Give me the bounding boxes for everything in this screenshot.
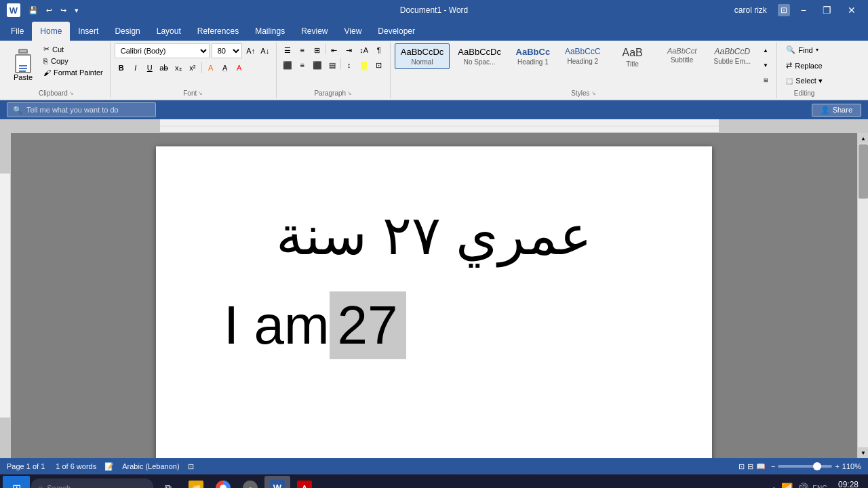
language-indicator[interactable]: Arabic (Lebanon): [122, 462, 179, 470]
justify-btn[interactable]: ▤: [326, 58, 339, 72]
paragraph-group-label[interactable]: Paragraph ↘: [314, 88, 352, 97]
highlight-button[interactable]: A: [218, 61, 232, 75]
sort-button[interactable]: ↕A: [357, 43, 371, 57]
align-right-btn[interactable]: ⬛: [311, 58, 324, 72]
styles-nav: ▲ ▼ ⊞: [759, 43, 772, 87]
style-normal[interactable]: AaBbCcDc Normal: [395, 43, 450, 69]
tell-me-box[interactable]: 🔍 Tell me what you want to do: [7, 102, 156, 117]
style-no-spacing[interactable]: AaBbCcDc No Spac...: [452, 43, 507, 69]
minimize-btn[interactable]: −: [795, 0, 812, 20]
taskbar-file-explorer[interactable]: 📁: [183, 476, 209, 488]
italic-button[interactable]: I: [129, 61, 142, 75]
style-subtle-em[interactable]: AaBbCcD Subtle Em...: [708, 43, 757, 68]
cortana-search[interactable]: ○ Search: [31, 479, 153, 488]
format-painter-button[interactable]: 🖌 Format Painter: [41, 67, 106, 78]
cut-button[interactable]: ✂ Cut: [41, 43, 106, 55]
zoom-in-btn[interactable]: +: [835, 462, 839, 470]
font-family-select[interactable]: Calibri (Body): [115, 43, 210, 58]
shading-btn[interactable]: ▓: [357, 58, 371, 72]
tab-mailings[interactable]: Mailings: [247, 22, 293, 41]
styles-more[interactable]: ⊞: [759, 73, 772, 87]
taskbar-acrobat[interactable]: A: [292, 476, 317, 488]
decrease-indent-btn[interactable]: ⇤: [328, 43, 341, 57]
tab-insert[interactable]: Insert: [70, 22, 106, 41]
clock[interactable]: 09:28 02/03/2016: [831, 480, 865, 489]
restore-btn[interactable]: ❐: [817, 0, 837, 20]
share-icon: 👤: [821, 106, 830, 115]
start-button[interactable]: ⊞: [3, 476, 30, 488]
decrease-font-btn[interactable]: A↓: [258, 44, 272, 58]
select-icon: ⬚: [786, 77, 793, 85]
style-heading1[interactable]: AaBbCc Heading 1: [509, 43, 557, 69]
tab-home[interactable]: Home: [32, 22, 70, 41]
scroll-up-btn[interactable]: ▲: [858, 133, 868, 144]
select-button[interactable]: ⬚ Select ▾: [782, 75, 827, 87]
proofing-icon-area: 📝: [104, 462, 114, 471]
taskbar-chrome[interactable]: [210, 476, 236, 488]
proofing-icon[interactable]: 📝: [104, 462, 114, 471]
increase-indent-btn[interactable]: ⇥: [342, 43, 356, 57]
document-scroll[interactable]: عمري ٢٧ سنة I am 27: [11, 133, 857, 458]
show-hidden-icons[interactable]: ▲: [770, 485, 777, 489]
find-button[interactable]: 🔍 Find ▾: [782, 43, 822, 56]
underline-button[interactable]: U: [143, 61, 157, 75]
tab-view[interactable]: View: [336, 22, 370, 41]
task-view-btn[interactable]: ⧉: [155, 476, 182, 488]
strikethrough-button[interactable]: ab̶: [157, 61, 171, 75]
paste-button[interactable]: Paste: [7, 43, 39, 84]
font-group: Calibri (Body) 80 A↑ A↓ B I U ab̶ x₂: [111, 42, 277, 98]
english-number: 27: [338, 295, 398, 355]
increase-font-btn[interactable]: A↑: [244, 44, 258, 58]
volume-icon: 🔊: [797, 483, 808, 488]
tab-references[interactable]: References: [189, 22, 247, 41]
line-spacing-btn[interactable]: ↕: [342, 58, 356, 72]
borders-btn[interactable]: ⊡: [372, 58, 386, 72]
style-title[interactable]: AaB Title: [609, 43, 656, 71]
web-layout-btn[interactable]: ⊟: [747, 462, 753, 471]
style-subtitle[interactable]: AaBbCct Subtitle: [658, 43, 706, 67]
editing-label-text: Editing: [794, 89, 815, 97]
styles-group-label[interactable]: Styles ↘: [571, 88, 595, 97]
show-marks-button[interactable]: ¶: [372, 43, 386, 57]
read-mode-btn[interactable]: 📖: [756, 462, 766, 471]
save-quick-btn[interactable]: 💾: [26, 5, 41, 16]
styles-scroll-down[interactable]: ▼: [759, 58, 772, 72]
scroll-down-btn[interactable]: ▼: [858, 447, 868, 458]
taskbar-word[interactable]: W: [264, 476, 290, 488]
tab-review[interactable]: Review: [293, 22, 336, 41]
align-left-btn[interactable]: ⬛: [281, 58, 294, 72]
close-btn[interactable]: ✕: [842, 0, 861, 20]
superscript-button[interactable]: x²: [186, 61, 199, 75]
scroll-thumb[interactable]: [859, 144, 868, 199]
font-color-button[interactable]: A: [233, 61, 246, 75]
style-heading2[interactable]: AaBbCcC Heading 2: [559, 43, 607, 68]
share-button[interactable]: 👤 Share: [812, 104, 861, 117]
scroll-track[interactable]: [858, 144, 868, 447]
vertical-scrollbar[interactable]: ▲ ▼: [857, 133, 868, 458]
tab-file[interactable]: File: [3, 22, 32, 41]
undo-quick-btn[interactable]: ↩: [43, 5, 55, 16]
clipboard-group-label[interactable]: Clipboard ↘: [39, 88, 74, 97]
tab-layout[interactable]: Layout: [149, 22, 189, 41]
zoom-out-btn[interactable]: −: [771, 462, 775, 470]
align-center-btn[interactable]: ≡: [296, 58, 309, 72]
multilevel-button[interactable]: ⊞: [311, 43, 324, 57]
tab-developer[interactable]: Developer: [370, 22, 423, 41]
copy-button[interactable]: ⎘ Copy: [41, 56, 106, 66]
bullets-button[interactable]: ☰: [281, 43, 294, 57]
text-effects-button[interactable]: A: [204, 61, 218, 75]
taskbar-cortana[interactable]: ○: [237, 476, 263, 488]
replace-button[interactable]: ⇄ Replace: [782, 59, 826, 72]
bold-button[interactable]: B: [115, 61, 128, 75]
numbering-button[interactable]: ≡: [296, 43, 309, 57]
layout-icon[interactable]: ⊡: [778, 4, 790, 16]
styles-scroll-up[interactable]: ▲: [759, 43, 772, 57]
tab-design[interactable]: Design: [106, 22, 148, 41]
subscript-button[interactable]: x₂: [172, 61, 185, 75]
font-size-select[interactable]: 80: [212, 43, 242, 58]
redo-quick-btn[interactable]: ↪: [58, 5, 69, 16]
zoom-slider[interactable]: [778, 465, 832, 468]
print-layout-btn[interactable]: ⊡: [738, 462, 745, 471]
customize-quick-btn[interactable]: ▾: [72, 5, 81, 16]
font-group-label[interactable]: Font ↘: [183, 88, 203, 97]
